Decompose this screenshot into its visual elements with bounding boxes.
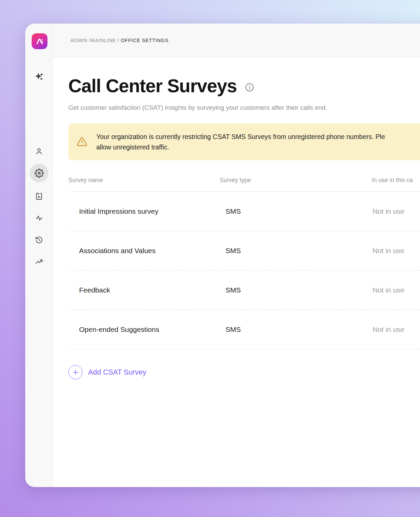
surveys-table-header: Survey name Survey type In use in this c… bbox=[68, 172, 420, 192]
column-header-survey-type: Survey type bbox=[220, 177, 372, 184]
breadcrumb[interactable]: ADMIN /MAINLINE / OFFICE SETTINGS bbox=[61, 32, 169, 48]
sidebar-item-ai-notes[interactable] bbox=[31, 188, 47, 204]
table-row[interactable]: Open-ended Suggestions SMS Not in use bbox=[68, 310, 420, 349]
add-csat-survey-button[interactable]: Add CSAT Survey bbox=[68, 365, 146, 379]
topbar: ADMIN /MAINLINE / OFFICE SETTINGS bbox=[53, 24, 420, 57]
sidebar-item-activity[interactable] bbox=[31, 210, 47, 226]
info-icon[interactable] bbox=[245, 83, 254, 92]
table-row[interactable]: Initial Impressions survey SMS Not in us… bbox=[68, 192, 420, 231]
main-content: Call Center Surveys Get customer satisfa… bbox=[53, 58, 420, 487]
warning-icon bbox=[76, 136, 88, 149]
survey-name: Open-ended Suggestions bbox=[68, 325, 220, 334]
app-logo[interactable] bbox=[32, 33, 47, 49]
warning-banner-line1: Your organization is currently restricti… bbox=[96, 132, 385, 142]
page-title: Call Center Surveys bbox=[68, 75, 237, 97]
survey-type: SMS bbox=[220, 325, 372, 334]
sidebar-item-history[interactable] bbox=[31, 232, 47, 248]
add-csat-survey-label: Add CSAT Survey bbox=[88, 368, 146, 377]
breadcrumb-current: OFFICE SETTINGS bbox=[121, 38, 169, 43]
ai-logo-icon bbox=[35, 36, 45, 46]
column-header-survey-name: Survey name bbox=[68, 177, 220, 184]
page-subtitle: Get customer satisfaction (CSAT) insight… bbox=[68, 104, 327, 111]
plus-icon bbox=[68, 365, 82, 379]
survey-name: Initial Impressions survey bbox=[68, 207, 220, 215]
survey-type: SMS bbox=[220, 207, 372, 215]
sidebar-item-contacts[interactable] bbox=[31, 143, 47, 160]
survey-name: Feedback bbox=[68, 286, 220, 294]
warning-banner-text: Your organization is currently restricti… bbox=[96, 132, 385, 152]
activity-icon bbox=[35, 214, 43, 222]
gear-icon bbox=[35, 169, 44, 178]
survey-status: Not in use bbox=[372, 207, 420, 215]
survey-status: Not in use bbox=[372, 247, 420, 255]
surveys-table: Survey name Survey type In use in this c… bbox=[68, 172, 420, 349]
sidebar bbox=[25, 24, 53, 487]
sparkles-icon bbox=[35, 72, 44, 81]
user-icon bbox=[35, 147, 43, 156]
app-window: ADMIN /MAINLINE / OFFICE SETTINGS Call C… bbox=[25, 24, 420, 487]
survey-type: SMS bbox=[220, 286, 372, 294]
survey-status: Not in use bbox=[372, 286, 420, 294]
warning-banner: Your organization is currently restricti… bbox=[68, 124, 420, 160]
survey-name: Associations and Values bbox=[68, 247, 220, 255]
clipboard-ai-icon bbox=[35, 192, 43, 201]
table-row[interactable]: Feedback SMS Not in use bbox=[68, 271, 420, 310]
history-icon bbox=[35, 236, 43, 244]
sidebar-item-analytics[interactable] bbox=[31, 254, 47, 270]
trending-up-icon bbox=[35, 257, 43, 266]
survey-type: SMS bbox=[220, 247, 372, 255]
column-header-in-use: In use in this ca bbox=[372, 177, 420, 184]
sidebar-item-ai-assistant[interactable] bbox=[31, 69, 47, 85]
breadcrumb-section[interactable]: ADMIN /MAINLINE / bbox=[70, 38, 121, 43]
table-row[interactable]: Associations and Values SMS Not in use bbox=[68, 231, 420, 271]
warning-banner-line2: allow unregistered traffic. bbox=[96, 142, 385, 152]
survey-status: Not in use bbox=[372, 325, 420, 334]
sidebar-item-settings[interactable] bbox=[30, 164, 48, 182]
